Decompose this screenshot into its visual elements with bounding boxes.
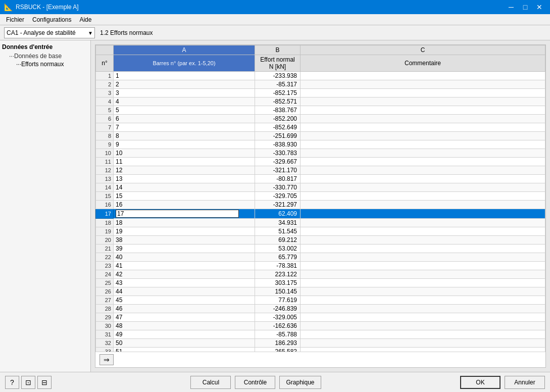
barres-value: 13 (116, 175, 122, 182)
col-b-cell: 65.779 (255, 253, 301, 262)
col-a-cell: 2 (114, 80, 255, 89)
barres-value: 51 (116, 348, 122, 352)
action-row: ⇒ (95, 352, 545, 367)
table-row[interactable]: 13 13 -80.817 (96, 175, 545, 183)
barres-value: 50 (116, 339, 122, 347)
col-b-cell: -838.930 (255, 140, 301, 149)
row-number: 25 (96, 279, 114, 287)
barres-value: 15 (116, 192, 122, 200)
col-c-cell (301, 115, 545, 123)
barres-value: 40 (116, 254, 122, 261)
table-row[interactable]: 2 2 -85.317 (96, 80, 545, 89)
table-row[interactable]: 30 48 -162.636 (96, 322, 545, 330)
col-a-cell: 45 (114, 296, 255, 305)
row-number: 27 (96, 296, 114, 305)
table-row[interactable]: 7 7 -852.649 (96, 123, 545, 132)
export-button[interactable]: ⊟ (37, 376, 52, 389)
table-row[interactable]: 19 19 51.545 (96, 227, 545, 236)
sidebar-item-efforts-normaux[interactable]: ···Efforts normaux (2, 61, 88, 68)
table-row[interactable]: 31 49 -85.788 (96, 330, 545, 339)
table-row[interactable]: 17 62.409 (96, 209, 545, 219)
col-c-cell (301, 140, 545, 149)
col-a-cell[interactable] (114, 209, 255, 219)
header-N-unit: N [kN] (257, 63, 298, 70)
close-button[interactable]: ✕ (533, 2, 546, 12)
table-scroll[interactable]: A B C n° Barres n° (par ex. 1-5,20) Effo… (95, 45, 545, 352)
table-row[interactable]: 24 42 223.122 (96, 270, 545, 279)
col-a-cell: 4 (114, 97, 255, 106)
col-b-cell: -329.005 (255, 313, 301, 322)
header-barres: Barres n° (par ex. 1-5,20) (114, 55, 255, 72)
row-number: 30 (96, 322, 114, 330)
row-number: 31 (96, 330, 114, 339)
row-number: 1 (96, 72, 114, 80)
table-row[interactable]: 10 10 -330.783 (96, 149, 545, 158)
col-c-cell (301, 97, 545, 106)
table-row[interactable]: 27 45 77.619 (96, 296, 545, 305)
col-b-cell: 265.582 (255, 348, 301, 352)
header-effort-label: Effort normal (257, 56, 298, 63)
maximize-button[interactable]: □ (519, 2, 532, 12)
table-row[interactable]: 21 39 53.002 (96, 244, 545, 253)
table-row[interactable]: 26 44 150.145 (96, 287, 545, 296)
barres-value: 49 (116, 331, 122, 338)
ok-button[interactable]: OK (460, 376, 501, 389)
table-row[interactable]: 3 3 -852.175 (96, 89, 545, 97)
table-row[interactable]: 32 50 186.293 (96, 339, 545, 348)
row-number: 6 (96, 115, 114, 123)
table-row[interactable]: 14 14 -330.770 (96, 183, 545, 192)
table-row[interactable]: 25 43 303.175 (96, 279, 545, 287)
col-c-cell (301, 322, 545, 330)
row-number: 22 (96, 253, 114, 262)
col-b-cell: 62.409 (255, 209, 301, 219)
table-row[interactable]: 29 47 -329.005 (96, 313, 545, 322)
table-row[interactable]: 1 1 -233.938 (96, 72, 545, 80)
graphique-button[interactable]: Graphique (279, 376, 321, 389)
minimize-button[interactable]: ─ (505, 2, 518, 12)
col-c-cell (301, 227, 545, 236)
menu-fichier[interactable]: Fichier (2, 15, 28, 24)
annuler-button[interactable]: Annuler (505, 376, 545, 389)
table-row[interactable]: 8 8 -251.699 (96, 132, 545, 140)
table-row[interactable]: 16 16 -321.297 (96, 201, 545, 209)
sidebar-item-donnees-base[interactable]: ···Données de base (2, 53, 88, 60)
calcul-button[interactable]: Calcul (190, 376, 231, 389)
col-b-cell: -852.200 (255, 115, 301, 123)
row-number: 29 (96, 313, 114, 322)
dropdown-wrapper: CA1 - Analyse de stabilité ▼ (4, 27, 95, 38)
table-row[interactable]: 4 4 -852.571 (96, 97, 545, 106)
help-button[interactable]: ? (5, 376, 19, 389)
col-a-cell: 47 (114, 313, 255, 322)
table-row[interactable]: 23 41 -78.381 (96, 262, 545, 270)
controle-button[interactable]: Contrôle (235, 376, 275, 389)
table-row[interactable]: 12 12 -321.170 (96, 166, 545, 175)
menu-aide[interactable]: Aide (75, 15, 95, 24)
row-number: 15 (96, 192, 114, 201)
barres-value: 18 (116, 219, 122, 226)
header-col-c: C (301, 45, 545, 55)
barres-value: 7 (116, 124, 119, 131)
col-b-cell: 51.545 (255, 227, 301, 236)
analysis-dropdown[interactable]: CA1 - Analyse de stabilité (4, 27, 95, 38)
table-row[interactable]: 11 11 -329.667 (96, 158, 545, 166)
import-button[interactable]: ⇒ (99, 354, 114, 365)
col-b-cell: -329.667 (255, 158, 301, 166)
col-b-cell: -251.699 (255, 132, 301, 140)
table-row[interactable]: 22 40 65.779 (96, 253, 545, 262)
table-row[interactable]: 28 46 -246.839 (96, 305, 545, 313)
header-commentaire: Commentaire (301, 55, 545, 72)
barres-input[interactable] (116, 210, 239, 218)
table-row[interactable]: 9 9 -838.930 (96, 140, 545, 149)
table-row[interactable]: 5 5 -838.767 (96, 106, 545, 115)
col-a-cell: 49 (114, 330, 255, 339)
sidebar-section-donnees: Données d'entrée (2, 43, 88, 51)
grid-button[interactable]: ⊡ (21, 376, 35, 389)
table-row[interactable]: 33 51 265.582 (96, 348, 545, 352)
barres-value: 4 (116, 98, 119, 105)
bottom-left: ? ⊡ ⊟ (5, 376, 52, 389)
table-row[interactable]: 15 15 -329.705 (96, 192, 545, 201)
menu-configurations[interactable]: Configurations (28, 15, 75, 24)
table-row[interactable]: 6 6 -852.200 (96, 115, 545, 123)
table-row[interactable]: 20 38 69.212 (96, 236, 545, 244)
table-row[interactable]: 18 18 34.931 (96, 219, 545, 227)
